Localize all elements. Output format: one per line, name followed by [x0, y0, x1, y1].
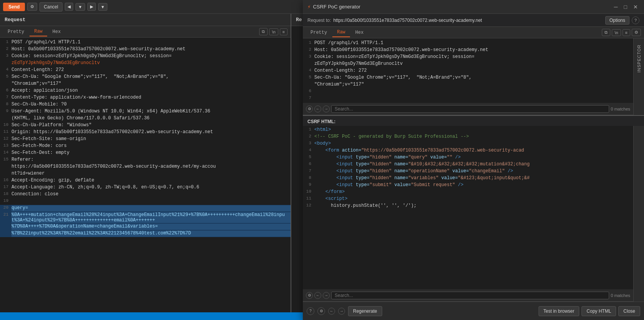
- code-line: 2Host: 0a5b00f1033551e7833ad757002c0072.…: [303, 47, 633, 54]
- code-line: 5 <input type="hidden" name="query" valu…: [303, 154, 633, 161]
- main-content: Request Pretty Raw Hex ⧉ \n ≡ 1POST /gra…: [0, 14, 644, 312]
- bottom-settings-btn[interactable]: ⚙: [317, 307, 325, 313]
- test-in-browser-button[interactable]: Test in browser: [539, 306, 580, 313]
- code-line: 13Sec-Fetch-Mode: cors: [0, 143, 291, 150]
- code-line: 10Sec-Ch-Ua-Platform: "Windows": [0, 122, 291, 129]
- inspector-label: INSPECTOR: [637, 45, 641, 73]
- settings-btn-csrf[interactable]: ⚙: [632, 29, 641, 36]
- csrf-tab-bar: Pretty Raw Hex ⧉ \n ≡ ⚙: [303, 27, 644, 38]
- request-to-url: https://0a5b00f1033551e7833ad757002c0072…: [333, 18, 482, 23]
- code-line: 7Content-Type: application/x-www-form-ur…: [0, 94, 291, 101]
- request-to-bar: Request to: https://0a5b00f1033551e7833a…: [303, 14, 644, 27]
- tab-raw-csrf[interactable]: Raw: [332, 28, 350, 37]
- search-matches-bottom: 0 matches: [611, 293, 630, 298]
- tab-hex-left[interactable]: Hex: [48, 28, 66, 36]
- code-line: 7 <input type="hidden" name="operationNa…: [303, 168, 633, 175]
- code-line: 5Sec-Ch-Ua: "Google Chrome";v="117", "No…: [303, 74, 633, 81]
- search-matches-top: 0 matches: [611, 107, 630, 111]
- search-settings-btn[interactable]: ⚙: [306, 106, 313, 112]
- code-line-selected: %7B%22input%22%3A%7B%22email%22%3A%22123…: [0, 230, 291, 237]
- code-line: (KHTML, like Gecko) Chrome/117.0.0.0 Saf…: [0, 115, 291, 122]
- code-line: 6Accept: application/json: [0, 87, 291, 94]
- next-button[interactable]: ▶: [87, 3, 96, 11]
- code-line: 4Content-Length: 272: [303, 68, 633, 74]
- code-line: 12Sec-Fetch-Site: same-origin: [0, 136, 291, 143]
- tab-pretty-left[interactable]: Pretty: [3, 28, 29, 36]
- code-line: 6: [303, 88, 633, 95]
- settings-button[interactable]: ⚙: [27, 3, 37, 11]
- code-line-selected: 20query=: [0, 205, 291, 212]
- search-input-top[interactable]: [331, 105, 609, 113]
- csrf-request-code[interactable]: 1POST /graphql/v1 HTTP/1.1 2Host: 0a5b00…: [303, 38, 633, 103]
- inspector-sidebar-top: INSPECTOR: [633, 38, 644, 115]
- bottom-right-buttons: Test in browser Copy HTML Close: [539, 306, 640, 313]
- code-line: https://0a5b00f1033551e7833ad757002c0072…: [0, 163, 291, 170]
- code-line: 3 <body>: [303, 140, 633, 147]
- code-line: 15Referer:: [0, 157, 291, 163]
- prev-dropdown-button[interactable]: ▼: [76, 3, 85, 11]
- send-button[interactable]: Send: [3, 3, 25, 11]
- menu-btn-left[interactable]: ≡: [280, 28, 288, 35]
- code-line: zEdTpYJpkh0gsDy7NmGd3EgBrunocltv: [303, 61, 633, 68]
- code-line: 9User-Agent: Mozilla/5.0 (Windows NT 10.…: [0, 108, 291, 115]
- code-line: 4Content-Length: 272: [0, 67, 291, 74]
- tab-raw-left[interactable]: Raw: [30, 27, 47, 36]
- code-line: 1POST /graphql/v1 HTTP/1.1: [0, 39, 291, 46]
- cancel-button[interactable]: Cancel: [39, 2, 62, 12]
- csrf-search-bar-bottom: ⚙ ← → 0 matches: [303, 289, 633, 302]
- csrf-search-bar-top: ⚙ ← → 0 matches: [303, 103, 633, 115]
- menu-btn-csrf[interactable]: ≡: [623, 29, 630, 36]
- code-line: 14Sec-Fetch-Dest: empty: [0, 150, 291, 157]
- tab-hex-csrf[interactable]: Hex: [351, 28, 368, 37]
- bottom-fwd-btn[interactable]: →: [338, 308, 345, 313]
- close-button[interactable]: Close: [618, 306, 640, 313]
- csrf-panel: ⚡ CSRF PoC generator ─ □ ✕ Request to: h…: [303, 14, 644, 312]
- regenerate-button[interactable]: Regenerate: [348, 306, 382, 313]
- wrap-btn-csrf[interactable]: \n: [612, 29, 621, 36]
- request-panel-header: Request: [0, 14, 291, 26]
- code-line: 2Host: 0a5b00f1033551e7833ad757002c0072.…: [0, 46, 291, 53]
- code-line: 16Accept-Encoding: gzip, deflate: [0, 177, 291, 184]
- search-input-bottom[interactable]: [331, 292, 609, 299]
- code-line: 8 <input type="hidden" name="variables" …: [303, 175, 633, 182]
- right-panel: Re ⚡ CSRF PoC generator ─ □ ✕ Request to…: [291, 14, 644, 312]
- bottom-back-btn[interactable]: ←: [328, 308, 335, 313]
- code-line: "Chromium";v="117": [0, 81, 291, 87]
- wrap-btn-left[interactable]: \n: [269, 28, 278, 35]
- code-line: 4 <form action="https://0a5b00f1033551e7…: [303, 147, 633, 154]
- code-line: 5Sec-Ch-Ua: "Google Chrome";v="117", "No…: [0, 74, 291, 81]
- copy-html-button[interactable]: Copy HTML: [582, 306, 616, 313]
- left-code-area[interactable]: 1POST /graphql/v1 HTTP/1.1 2Host: 0a5b00…: [0, 38, 291, 312]
- tab-pretty-csrf[interactable]: Pretty: [306, 28, 332, 37]
- copy-btn-left[interactable]: ⧉: [259, 28, 268, 35]
- csrf-request-main: 1POST /graphql/v1 HTTP/1.1 2Host: 0a5b00…: [303, 38, 633, 115]
- code-line: 7: [303, 95, 633, 102]
- bottom-help-btn[interactable]: ?: [307, 307, 314, 313]
- re-title: Re: [296, 17, 302, 23]
- inspector-sidebar-bottom: [633, 126, 644, 302]
- code-line-selected: %7D%0A++++%7D%0A&operationName=changeEma…: [0, 223, 291, 230]
- search-back-btn-bottom[interactable]: ←: [314, 292, 321, 299]
- code-line: 6 <input type="hidden" name="&#10;&#32;&…: [303, 161, 633, 168]
- csrf-tab-actions: ⧉ \n ≡ ⚙: [602, 29, 641, 36]
- csrf-html-code-area[interactable]: 1 <html> 2 <!-- CSRF PoC - generated by …: [303, 126, 633, 289]
- code-line: 8Sec-Ch-Ua-Mobile: ?0: [0, 101, 291, 108]
- prev-button[interactable]: ◀: [65, 3, 73, 11]
- code-line: 1POST /graphql/v1 HTTP/1.1: [303, 40, 633, 47]
- code-line: 2 <!-- CSRF PoC - generated by Burp Suit…: [303, 134, 633, 140]
- help-button[interactable]: ?: [632, 16, 639, 24]
- search-fwd-btn-bottom[interactable]: →: [323, 292, 330, 299]
- search-fwd-btn[interactable]: →: [323, 106, 330, 112]
- copy-btn-csrf[interactable]: ⧉: [602, 29, 610, 36]
- code-line: zEdTpYJpkh0gsDy7NmGd3EgBrunocltv: [0, 60, 291, 67]
- code-line: 12 history.pushState('', '', '/');: [303, 203, 633, 209]
- search-settings-btn-bottom[interactable]: ⚙: [306, 292, 313, 299]
- search-back-btn[interactable]: ←: [314, 106, 321, 112]
- code-line: 3Cookie: session=zEdTpYJpkh0gsDy7NmGd3Eg…: [0, 53, 291, 60]
- options-button[interactable]: Options: [605, 16, 629, 25]
- bottom-bar: ? ⚙ ← → Regenerate Test in browser Copy …: [303, 302, 644, 312]
- next-dropdown-button[interactable]: ▼: [98, 3, 108, 11]
- left-panel: Request Pretty Raw Hex ⧉ \n ≡ 1POST /gra…: [0, 14, 291, 312]
- code-line: nt?id=wiener: [0, 170, 291, 177]
- code-line: "Chromium";v="117": [303, 81, 633, 88]
